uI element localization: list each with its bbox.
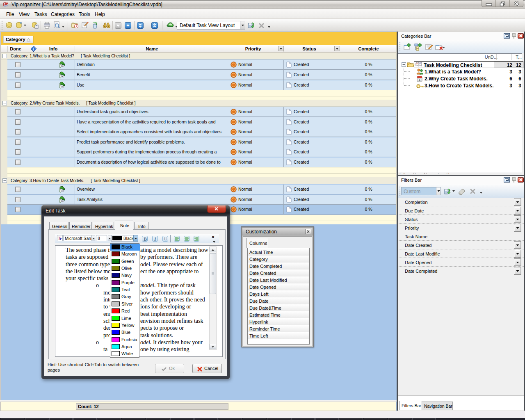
svg-text:5: 5 bbox=[419, 78, 420, 81]
svg-text:i: i bbox=[33, 47, 34, 51]
